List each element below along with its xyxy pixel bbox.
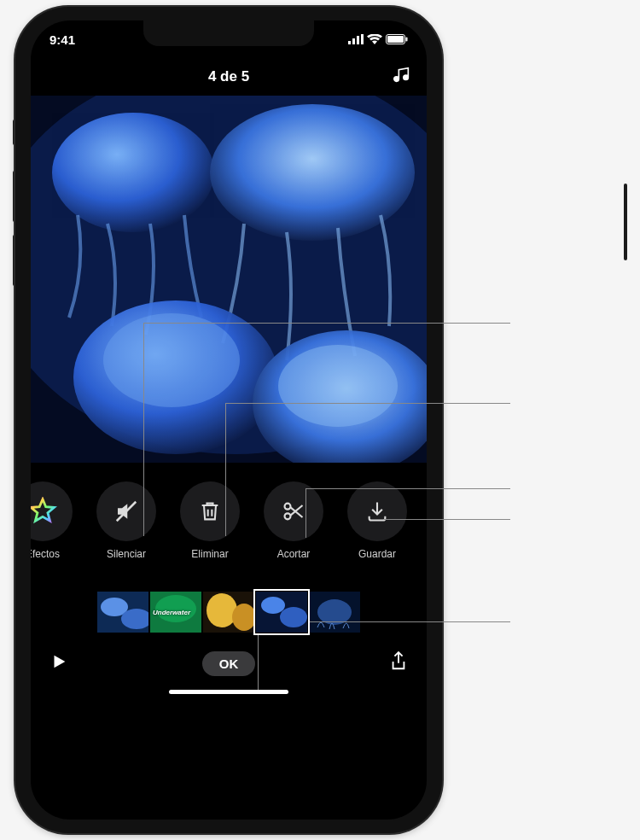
svg-rect-0 [348,41,351,44]
cellular-icon [348,34,364,44]
svg-rect-2 [357,36,359,44]
star-icon [31,497,57,526]
delete-label: Eliminar [191,548,228,560]
play-button[interactable] [49,652,68,674]
svg-point-8 [404,75,409,80]
svg-point-26 [207,593,237,627]
music-button[interactable] [393,66,411,88]
nav-bar: 4 de 5 [31,58,427,96]
music-icon [393,66,411,85]
callout-line [384,519,510,538]
device-side-button [624,184,627,260]
clip-thumb-selected[interactable] [255,591,308,633]
mute-icon [113,499,139,524]
svg-point-27 [232,604,255,631]
effects-label: Efectos [31,548,60,560]
svg-point-7 [394,77,399,82]
device-notch [143,20,314,46]
status-icons [348,34,408,44]
svg-point-29 [261,597,285,614]
svg-rect-3 [361,34,364,44]
svg-point-30 [280,607,307,627]
ok-button[interactable]: OK [202,651,256,676]
trim-label: Acortar [277,548,311,560]
svg-rect-1 [352,38,355,44]
svg-point-11 [52,113,214,232]
clip-thumb[interactable]: Underwater [149,591,202,633]
svg-rect-6 [406,38,408,42]
home-indicator[interactable] [169,690,288,694]
clip-title-overlay: Underwater [153,609,190,616]
svg-rect-5 [387,36,404,43]
play-icon [49,652,68,671]
page-title: 4 de 5 [208,68,249,85]
clip-thumb[interactable] [202,591,255,633]
effects-button[interactable]: Efectos [31,481,79,560]
status-time: 9:41 [49,32,75,47]
wifi-icon [367,34,382,44]
svg-point-12 [210,104,415,241]
battery-icon [386,34,408,44]
save-label: Guardar [358,548,396,560]
mute-label: Silenciar [107,548,146,560]
clip-thumb[interactable] [96,591,149,633]
